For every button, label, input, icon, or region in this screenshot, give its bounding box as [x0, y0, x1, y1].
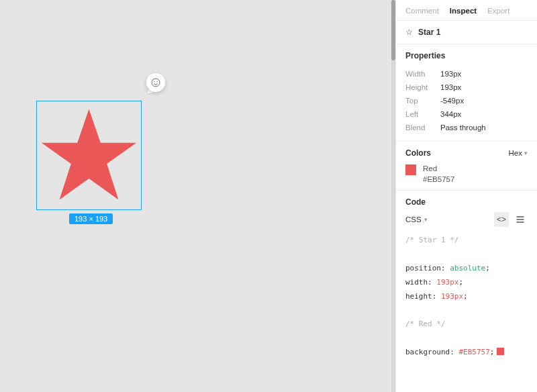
object-name: Star 1: [418, 28, 440, 37]
properties-section: Properties Width 193px Height 193px Top …: [396, 44, 537, 142]
chevron-down-icon: ▾: [524, 150, 528, 156]
code-text: ;: [458, 278, 463, 287]
code-language-label: CSS: [405, 215, 422, 224]
prop-value: 193px: [440, 83, 461, 91]
prop-value: Pass through: [440, 124, 486, 132]
code-number: 193px: [436, 278, 458, 287]
color-hex: #EB5757: [423, 175, 454, 183]
inspect-panel: Comment Inspect Export ☆ Star 1 Properti…: [395, 0, 537, 392]
prop-label: Top: [405, 97, 440, 105]
code-hex: #EB5757: [458, 348, 489, 356]
code-comment: /* Star 1 */: [405, 236, 458, 244]
svg-point-2: [154, 81, 154, 82]
prop-top[interactable]: Top -549px: [405, 94, 528, 107]
color-format-select[interactable]: Hex ▾: [509, 149, 528, 157]
prop-width[interactable]: Width 193px: [405, 67, 528, 81]
prop-height[interactable]: Height 193px: [405, 81, 528, 94]
properties-title: Properties: [405, 51, 528, 60]
code-section: Code CSS ▾ <> /* Star 1 */ position: abs…: [396, 191, 537, 387]
prop-left[interactable]: Left 344px: [405, 107, 528, 121]
code-block[interactable]: /* Star 1 */ position: absolute; width: …: [405, 234, 528, 360]
prop-value: -549px: [440, 97, 464, 105]
prop-label: Width: [405, 70, 440, 78]
prop-label: Left: [405, 110, 440, 118]
prop-value: 193px: [440, 70, 461, 78]
prop-value: 344px: [440, 110, 461, 118]
code-comment: /* Red */: [405, 320, 446, 328]
multiplayer-cursor: [146, 73, 165, 92]
prop-label: Blend: [405, 124, 440, 132]
canvas-scrollbar[interactable]: [391, 0, 395, 392]
code-title: Code: [405, 197, 426, 207]
inline-color-swatch[interactable]: [497, 348, 504, 355]
code-text: ;: [463, 292, 468, 301]
color-format-label: Hex: [509, 149, 522, 157]
tab-export[interactable]: Export: [487, 7, 509, 15]
svg-point-3: [156, 81, 157, 82]
face-icon: [150, 77, 161, 88]
dimension-badge: 193 × 193: [69, 213, 113, 224]
selection-outline[interactable]: [36, 101, 142, 210]
code-number: 193px: [441, 292, 463, 301]
colors-title: Colors: [405, 148, 431, 158]
code-text: ;: [490, 348, 495, 356]
color-row[interactable]: Red #EB5757: [405, 164, 528, 183]
prop-blend[interactable]: Blend Pass through: [405, 121, 528, 134]
tab-comment[interactable]: Comment: [405, 7, 439, 15]
code-view-icon[interactable]: <>: [494, 212, 509, 227]
canvas[interactable]: 193 × 193: [0, 0, 395, 392]
prop-label: Height: [405, 83, 440, 91]
code-text: width:: [405, 278, 436, 287]
tab-inspect[interactable]: Inspect: [450, 7, 477, 15]
code-text: height:: [405, 292, 441, 301]
chevron-down-icon: ▾: [424, 216, 428, 223]
colors-section: Colors Hex ▾ Red #EB5757: [396, 142, 537, 191]
code-text: background:: [405, 348, 458, 356]
panel-tabs: Comment Inspect Export: [396, 0, 537, 21]
list-view-icon[interactable]: [513, 212, 528, 227]
color-swatch[interactable]: [405, 164, 416, 175]
scrollbar-thumb[interactable]: [391, 0, 395, 60]
code-keyword: absolute: [450, 264, 485, 273]
selected-object-row[interactable]: ☆ Star 1: [396, 21, 537, 44]
svg-point-1: [152, 79, 160, 87]
color-name: Red: [423, 164, 454, 173]
code-language-select[interactable]: CSS ▾: [405, 215, 428, 224]
code-text: position:: [405, 264, 450, 273]
code-text: ;: [485, 264, 490, 273]
star-icon: ☆: [405, 28, 413, 37]
